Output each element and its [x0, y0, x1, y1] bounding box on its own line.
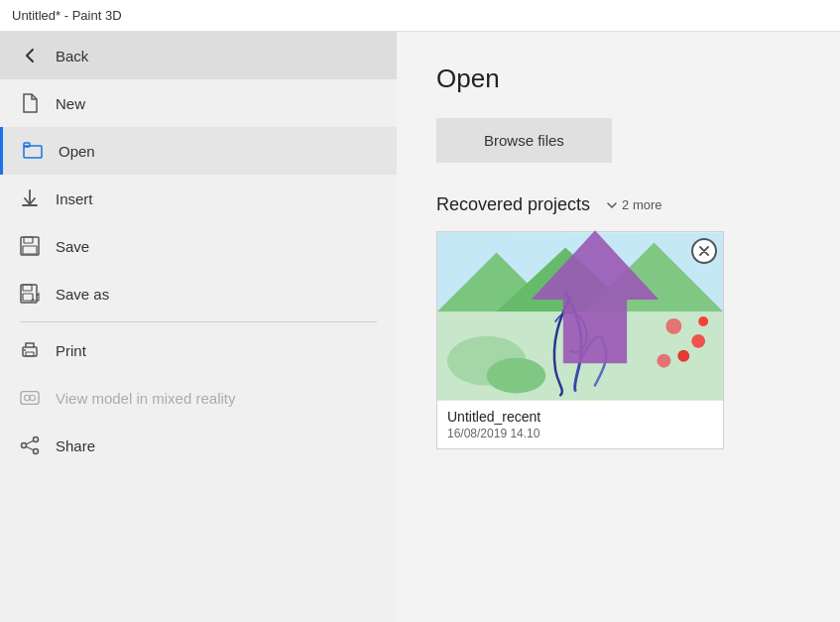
thumbnail-svg	[437, 232, 723, 401]
mixed-reality-icon	[20, 388, 40, 408]
svg-point-24	[698, 316, 708, 326]
open-folder-icon	[23, 141, 43, 161]
recovered-header: Recovered projects 2 more	[436, 194, 800, 215]
svg-rect-6	[23, 285, 32, 291]
main-layout: Back New Open	[0, 32, 840, 622]
sidebar-item-insert[interactable]: Insert	[0, 175, 397, 222]
save-as-icon	[20, 284, 40, 304]
panel-title: Open	[436, 63, 800, 94]
back-label: Back	[56, 48, 88, 64]
sidebar-item-mixed-reality: View model in mixed reality	[0, 374, 397, 422]
open-label: Open	[59, 143, 95, 160]
sidebar-item-share[interactable]: Share	[0, 422, 397, 469]
project-info: Untitled_recent 16/08/2019 14.10	[437, 401, 723, 448]
insert-icon	[20, 188, 40, 208]
more-count: 2 more	[622, 197, 661, 212]
insert-label: Insert	[56, 190, 93, 207]
project-name: Untitled_recent	[447, 409, 713, 425]
new-label: New	[56, 95, 85, 112]
svg-point-23	[657, 354, 670, 368]
svg-point-20	[665, 318, 681, 334]
saveas-label: Save as	[56, 286, 109, 303]
mixed-reality-label: View model in mixed reality	[56, 390, 235, 407]
sidebar-item-open[interactable]: Open	[0, 127, 397, 175]
svg-point-26	[487, 358, 546, 394]
sidebar-item-print[interactable]: Print	[0, 326, 397, 374]
svg-rect-4	[23, 246, 37, 254]
svg-point-22	[677, 350, 689, 362]
print-label: Print	[56, 342, 86, 359]
save-label: Save	[56, 238, 89, 255]
svg-rect-3	[24, 237, 33, 243]
svg-point-10	[24, 349, 26, 351]
new-file-icon	[20, 93, 40, 113]
project-thumbnail	[437, 232, 723, 401]
project-card[interactable]: Untitled_recent 16/08/2019 14.10	[436, 231, 724, 449]
sidebar-divider	[20, 321, 377, 322]
chevron-down-icon	[606, 199, 618, 211]
print-icon	[20, 340, 40, 360]
svg-rect-1	[24, 146, 42, 158]
share-label: Share	[56, 437, 95, 454]
recovered-title: Recovered projects	[436, 194, 590, 215]
more-link[interactable]: 2 more	[606, 197, 661, 212]
share-icon	[20, 435, 40, 455]
title-text: Untitled* - Paint 3D	[12, 8, 122, 23]
svg-point-12	[34, 449, 39, 454]
project-date: 16/08/2019 14.10	[447, 427, 713, 440]
svg-point-21	[691, 334, 705, 348]
sidebar-item-saveas[interactable]: Save as	[0, 270, 397, 317]
close-button[interactable]	[691, 238, 717, 264]
svg-point-13	[22, 443, 27, 448]
sidebar: Back New Open	[0, 32, 397, 622]
save-icon	[20, 236, 40, 256]
browse-files-button[interactable]: Browse files	[436, 118, 612, 163]
right-panel: Open Browse files Recovered projects 2 m…	[397, 32, 840, 622]
sidebar-item-save[interactable]: Save	[0, 222, 397, 270]
svg-rect-7	[23, 294, 33, 301]
sidebar-item-new[interactable]: New	[0, 79, 397, 127]
sidebar-item-back[interactable]: Back	[0, 32, 397, 79]
svg-point-11	[34, 437, 39, 442]
title-bar: Untitled* - Paint 3D	[0, 0, 840, 32]
back-arrow-icon	[20, 46, 40, 65]
